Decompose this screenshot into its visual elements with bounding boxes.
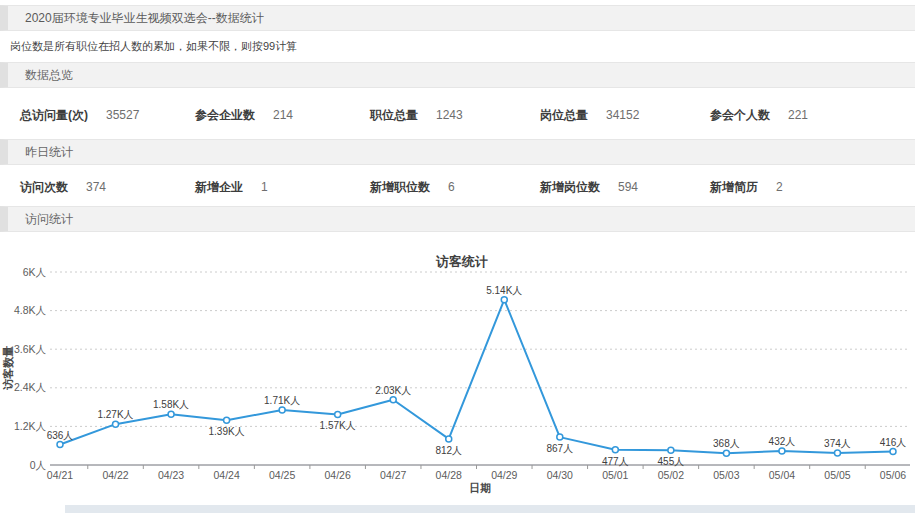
stat-item: 新增岗位数594 (540, 179, 638, 196)
point-label: 636人 (47, 430, 74, 441)
x-tick-label: 04/25 (269, 469, 295, 481)
stat-label: 访问次数 (20, 179, 68, 196)
data-point[interactable] (501, 297, 507, 303)
section-header-visits-label: 访问统计 (25, 211, 73, 228)
stat-value: 35527 (106, 108, 139, 122)
point-label: 374人 (824, 438, 851, 449)
y-tick-label: 2.4K人 (14, 381, 47, 393)
visitor-chart-svg[interactable]: 访客统计访客数量0人1.2K人2.4K人3.6K人4.8K人6K人04/2104… (0, 248, 915, 506)
y-tick-label: 4.8K人 (14, 304, 47, 316)
section-header-overview-label: 数据总览 (25, 67, 73, 84)
point-label: 1.27K人 (97, 409, 133, 420)
yesterday-stats-row: 访问次数374新增企业1新增职位数6新增岗位数594新增简历2 (0, 179, 915, 199)
x-tick-label: 04/29 (491, 469, 517, 481)
point-label: 867人 (546, 443, 573, 454)
stat-value: 2 (776, 180, 783, 194)
point-label: 812人 (435, 445, 462, 456)
x-tick-label: 04/26 (325, 469, 351, 481)
overview-stats-row: 总访问量(次)35527参会企业数214职位总量1243岗位总量34152参会个… (0, 107, 915, 127)
section-header-yesterday-label: 昨日统计 (25, 144, 73, 161)
visitor-line-chart[interactable]: 访客统计访客数量0人1.2K人2.4K人3.6K人4.8K人6K人04/2104… (0, 248, 915, 506)
stat-item: 总访问量(次)35527 (20, 107, 139, 124)
x-tick-label: 05/05 (824, 469, 850, 481)
x-tick-label: 04/22 (102, 469, 128, 481)
data-point[interactable] (113, 421, 119, 427)
stat-value: 1243 (436, 108, 463, 122)
stat-value: 34152 (606, 108, 639, 122)
point-label: 477人 (602, 456, 629, 467)
x-axis-name: 日期 (469, 482, 491, 494)
chart-title: 访客统计 (435, 254, 488, 269)
data-point[interactable] (335, 411, 341, 417)
stat-item: 职位总量1243 (370, 107, 463, 124)
stat-item: 新增简历2 (710, 179, 783, 196)
point-label: 455人 (658, 456, 685, 467)
data-point[interactable] (224, 417, 230, 423)
x-tick-label: 05/06 (880, 469, 906, 481)
y-tick-label: 1.2K人 (14, 420, 47, 432)
stat-item: 新增企业1 (195, 179, 268, 196)
x-tick-label: 04/21 (47, 469, 73, 481)
x-tick-label: 05/03 (713, 469, 739, 481)
section-header-overview: 数据总览 (0, 62, 915, 88)
data-point[interactable] (668, 447, 674, 453)
stat-item: 参会企业数214 (195, 107, 293, 124)
data-point[interactable] (723, 450, 729, 456)
stat-value: 221 (788, 108, 808, 122)
data-point[interactable] (557, 434, 563, 440)
stat-label: 新增职位数 (370, 179, 430, 196)
data-point[interactable] (168, 411, 174, 417)
y-tick-label: 3.6K人 (14, 343, 47, 355)
x-tick-label: 04/27 (380, 469, 406, 481)
point-label: 1.57K人 (320, 420, 356, 431)
data-point[interactable] (390, 397, 396, 403)
stat-label: 岗位总量 (540, 107, 588, 124)
page-title: 2020届环境专业毕业生视频双选会--数据统计 (25, 10, 264, 27)
stat-label: 新增简历 (710, 179, 758, 196)
point-label: 2.03K人 (375, 385, 411, 396)
x-tick-label: 05/04 (769, 469, 795, 481)
stat-label: 总访问量(次) (20, 107, 88, 124)
x-tick-label: 04/24 (213, 469, 239, 481)
point-label: 416人 (880, 437, 907, 448)
stat-value: 374 (86, 180, 106, 194)
point-label: 1.71K人 (264, 395, 300, 406)
stat-item: 新增职位数6 (370, 179, 455, 196)
data-point[interactable] (446, 436, 452, 442)
stat-item: 岗位总量34152 (540, 107, 639, 124)
data-point[interactable] (890, 449, 896, 455)
point-label: 368人 (713, 438, 740, 449)
data-point[interactable] (279, 407, 285, 413)
point-label: 1.58K人 (153, 399, 189, 410)
point-label: 1.39K人 (209, 426, 245, 437)
point-label: 5.14K人 (486, 285, 522, 296)
stat-value: 1 (261, 180, 268, 194)
note-text: 岗位数是所有职位在招人数的累加，如果不限，则按99计算 (10, 31, 297, 61)
stat-item: 参会个人数221 (710, 107, 808, 124)
y-tick-label: 0人 (30, 459, 47, 471)
stat-label: 新增企业 (195, 179, 243, 196)
stat-item: 访问次数374 (20, 179, 106, 196)
stat-label: 新增岗位数 (540, 179, 600, 196)
data-point[interactable] (834, 450, 840, 456)
stat-value: 214 (273, 108, 293, 122)
x-tick-label: 04/23 (158, 469, 184, 481)
x-tick-label: 05/01 (602, 469, 628, 481)
data-point[interactable] (57, 442, 63, 448)
series-line (60, 300, 893, 453)
section-header-yesterday: 昨日统计 (0, 139, 915, 165)
page-title-bar: 2020届环境专业毕业生视频双选会--数据统计 (0, 5, 915, 31)
stat-label: 参会企业数 (195, 107, 255, 124)
stat-label: 参会个人数 (710, 107, 770, 124)
y-axis-name: 访客数量 (2, 346, 14, 391)
y-tick-label: 6K人 (23, 266, 47, 278)
data-point[interactable] (612, 447, 618, 453)
x-tick-label: 04/28 (436, 469, 462, 481)
data-point[interactable] (779, 448, 785, 454)
stat-value: 6 (448, 180, 455, 194)
x-tick-label: 05/02 (658, 469, 684, 481)
x-tick-label: 04/30 (547, 469, 573, 481)
horizontal-scrollbar[interactable] (65, 505, 915, 513)
section-header-visits: 访问统计 (0, 206, 915, 232)
point-label: 432人 (769, 436, 796, 447)
